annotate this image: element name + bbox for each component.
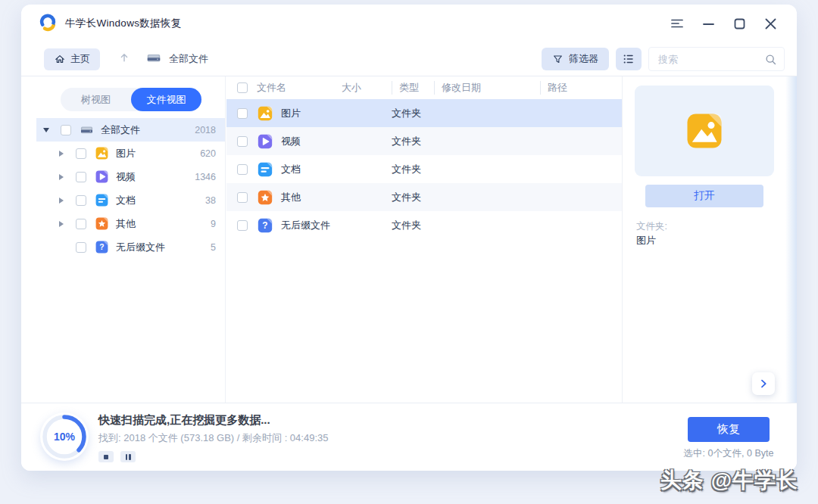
search-input[interactable] — [658, 54, 764, 65]
menu-icon[interactable] — [667, 14, 687, 33]
file-table: 文件名大小类型修改日期路径 图片文件夹视频文件夹文档文件夹其他文件夹?无后缀文件… — [226, 76, 623, 403]
row-checkbox[interactable] — [237, 220, 248, 231]
sidebar-tree-item[interactable]: 文档38 — [36, 188, 225, 212]
app-logo-icon — [38, 14, 58, 34]
sidebar-tree-item[interactable]: 视频1346 — [36, 165, 225, 188]
expand-arrow-icon[interactable] — [58, 198, 65, 204]
tree-checkbox[interactable] — [61, 125, 71, 135]
select-all-checkbox[interactable] — [237, 82, 248, 93]
view-tab-tree[interactable]: 树视图 — [61, 88, 131, 111]
table-row[interactable]: 图片文件夹 — [226, 99, 622, 127]
app-title: 牛学长Windows数据恢复 — [65, 17, 181, 30]
scan-progress-percent: 10% — [40, 412, 89, 461]
row-checkbox[interactable] — [237, 136, 248, 147]
tree-item-count: 38 — [205, 195, 216, 206]
breadcrumb[interactable]: 全部文件 — [169, 52, 208, 66]
open-button[interactable]: 打开 — [645, 185, 763, 207]
sidebar-tree-item[interactable]: 其他9 — [36, 212, 225, 235]
home-icon — [54, 53, 66, 65]
search-icon[interactable] — [764, 53, 777, 66]
file-type: 文件夹 — [392, 191, 434, 204]
file-name: 图片 — [281, 107, 301, 120]
tree-checkbox[interactable] — [76, 172, 86, 182]
video-file-icon — [95, 170, 109, 184]
drive-icon — [145, 49, 162, 69]
stop-scan-button[interactable] — [98, 451, 114, 462]
minimize-button[interactable] — [698, 14, 718, 33]
preview-thumbnail — [635, 86, 774, 176]
collapse-arrow-icon[interactable] — [42, 128, 50, 132]
home-button[interactable]: 主页 — [44, 48, 100, 70]
column-header[interactable]: 类型 — [392, 81, 434, 95]
sidebar-tree-item[interactable]: ?无后缀文件5 — [36, 235, 225, 259]
file-type: 文件夹 — [392, 219, 434, 232]
app-window: 牛学长Windows数据恢复 主页 全部文件 — [21, 5, 797, 471]
tree-item-count: 5 — [211, 242, 216, 253]
tree-item-count: 620 — [200, 148, 216, 159]
view-tab-file[interactable]: 文件视图 — [131, 88, 201, 111]
list-view-button[interactable] — [616, 48, 642, 70]
tree-item-label: 其他 — [116, 217, 136, 231]
close-button[interactable] — [760, 14, 780, 33]
expand-arrow-icon[interactable] — [58, 174, 65, 180]
recover-button[interactable]: 恢复 — [688, 417, 770, 442]
table-row[interactable]: 视频文件夹 — [226, 127, 622, 155]
column-header[interactable]: 文件名 — [257, 81, 342, 95]
tree-item-label: 图片 — [116, 147, 136, 160]
funnel-icon — [552, 54, 564, 65]
file-tree: 全部文件2018图片620视频1346文档38其他9?无后缀文件5 — [36, 118, 225, 259]
tree-item-count: 9 — [211, 219, 216, 229]
document-file-icon — [257, 161, 273, 178]
tree-item-count: 2018 — [195, 125, 216, 135]
next-file-button[interactable] — [752, 372, 775, 395]
file-type: 文件夹 — [392, 135, 434, 148]
home-label: 主页 — [70, 52, 90, 66]
content-area: 树视图文件视图 全部文件2018图片620视频1346文档38其他9?无后缀文件… — [21, 76, 797, 403]
maximize-button[interactable] — [729, 14, 749, 33]
toolbar: 主页 全部文件 筛选器 — [21, 42, 797, 76]
table-row[interactable]: ?无后缀文件文件夹 — [226, 211, 622, 239]
stop-icon — [104, 455, 108, 459]
other-file-icon — [257, 189, 273, 206]
expand-arrow-icon[interactable] — [58, 151, 65, 157]
up-level-icon[interactable] — [118, 51, 130, 67]
search-box — [648, 47, 785, 71]
sidebar: 树视图文件视图 全部文件2018图片620视频1346文档38其他9?无后缀文件… — [36, 76, 226, 403]
expand-arrow-icon[interactable] — [58, 221, 65, 227]
table-row[interactable]: 其他文件夹 — [226, 183, 622, 211]
sidebar-tree-item[interactable]: 全部文件2018 — [36, 118, 225, 142]
unknown-file-icon: ? — [257, 217, 273, 234]
tree-checkbox[interactable] — [76, 219, 86, 229]
tree-checkbox[interactable] — [76, 148, 86, 159]
table-row[interactable]: 文档文件夹 — [226, 155, 622, 183]
tree-item-label: 文档 — [116, 194, 136, 207]
preview-panel: 打开 文件夹: 图片 — [623, 76, 797, 403]
unknown-file-icon: ? — [95, 240, 109, 254]
column-header[interactable]: 修改日期 — [434, 81, 540, 95]
tree-item-label: 视频 — [116, 170, 136, 184]
document-file-icon — [95, 193, 109, 207]
file-name: 无后缀文件 — [281, 219, 330, 232]
column-header[interactable]: 大小 — [342, 81, 392, 95]
file-type: 文件夹 — [392, 163, 434, 176]
tree-checkbox[interactable] — [76, 242, 86, 253]
tree-checkbox[interactable] — [76, 195, 86, 206]
image-file-icon — [257, 105, 273, 122]
status-bar: 10% 快速扫描完成,正在挖掘更多数据... 找到: 2018 个文件 (573… — [21, 403, 797, 471]
filter-label: 筛选器 — [569, 52, 598, 66]
table-header: 文件名大小类型修改日期路径 — [226, 76, 622, 99]
filter-button[interactable]: 筛选器 — [542, 48, 609, 70]
tree-item-count: 1346 — [195, 172, 216, 182]
titlebar: 牛学长Windows数据恢复 — [21, 5, 797, 42]
pause-scan-button[interactable] — [120, 451, 136, 462]
row-checkbox[interactable] — [237, 192, 248, 203]
drive-icon — [80, 123, 94, 137]
column-header[interactable]: 路径 — [540, 81, 622, 95]
svg-text:?: ? — [262, 220, 267, 231]
image-file-icon — [95, 146, 109, 160]
sidebar-tree-item[interactable]: 图片620 — [36, 142, 225, 165]
watermark: 头条 @牛学长 — [660, 466, 798, 495]
row-checkbox[interactable] — [237, 164, 248, 175]
scan-progress-ring: 10% — [40, 412, 89, 461]
row-checkbox[interactable] — [237, 108, 248, 119]
